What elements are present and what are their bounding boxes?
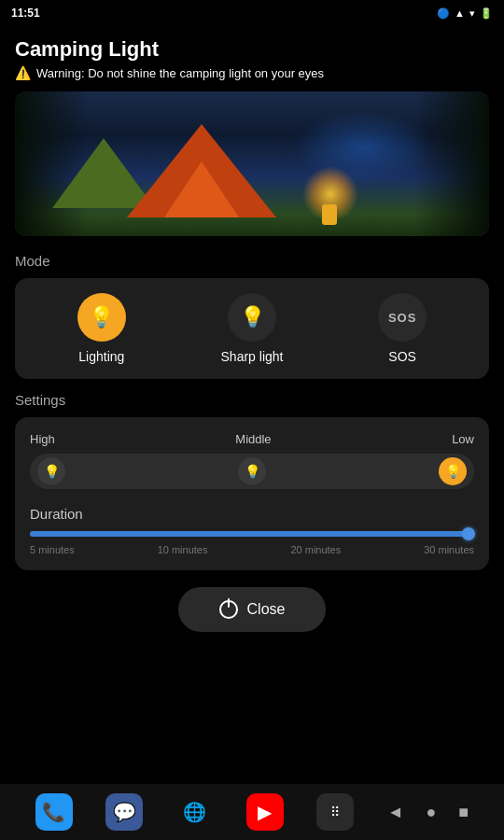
marker-30: 30 minutes <box>424 544 474 555</box>
brightness-track[interactable]: 💡 💡 💡 <box>30 454 474 489</box>
battery-icon: 🔋 <box>480 7 493 20</box>
middle-dot[interactable]: 💡 <box>238 457 266 485</box>
brightness-dots: 💡 💡 💡 <box>34 457 470 485</box>
settings-card: High Middle Low 💡 💡 💡 Duration <box>15 417 489 570</box>
messages-icon: 💬 <box>113 801 136 823</box>
low-dot-icon: 💡 <box>445 464 461 479</box>
hero-image <box>15 91 489 236</box>
duration-thumb[interactable] <box>462 527 475 540</box>
high-dot-icon: 💡 <box>44 464 60 479</box>
middle-label: Middle <box>235 432 271 446</box>
bluetooth-icon: 🔵 <box>437 7 450 20</box>
main-content: Camping Light ⚠️ Warning: Do not shine t… <box>0 26 504 632</box>
sharp-icon: 💡 <box>240 305 265 329</box>
nav-messages[interactable]: 💬 <box>105 793 143 831</box>
duration-fill <box>30 531 474 537</box>
mode-section-label: Mode <box>15 253 489 269</box>
status-time: 11:51 <box>11 7 40 20</box>
nav-system: ◄ ● ■ <box>387 803 469 822</box>
lighting-icon: 💡 <box>89 305 114 329</box>
lantern-body <box>322 204 337 225</box>
marker-20: 20 minutes <box>290 544 341 555</box>
settings-section-label: Settings <box>15 392 489 408</box>
brightness-labels: High Middle Low <box>30 432 474 446</box>
mode-sharp[interactable]: 💡 Sharp light <box>221 293 284 364</box>
duration-markers: 5 minutes 10 minutes 20 minutes 30 minut… <box>30 544 474 555</box>
lighting-icon-circle: 💡 <box>77 293 126 342</box>
nav-apps[interactable]: ⠿ <box>316 793 354 831</box>
mode-lighting[interactable]: 💡 Lighting <box>77 293 126 364</box>
duration-label: Duration <box>30 506 474 522</box>
bottom-nav: 📞 💬 🌐 ▶ ⠿ ◄ ● ■ <box>0 784 504 840</box>
mode-options: 💡 Lighting 💡 Sharp light SOS SOS <box>30 293 474 364</box>
high-label: High <box>30 432 55 446</box>
phone-icon: 📞 <box>42 801 65 823</box>
duration-track[interactable] <box>30 531 474 537</box>
warning-text: Warning: Do not shine the camping light … <box>36 66 324 80</box>
youtube-icon: ▶ <box>258 801 272 823</box>
signal-icon: ▲ <box>455 7 465 19</box>
wifi-icon: ▾ <box>469 7 475 20</box>
back-button[interactable]: ◄ <box>387 803 404 822</box>
sos-icon: SOS <box>388 311 416 325</box>
marker-10: 10 minutes <box>158 544 208 555</box>
sharp-label: Sharp light <box>221 349 284 364</box>
home-button[interactable]: ● <box>426 803 436 822</box>
recents-button[interactable]: ■ <box>458 803 469 822</box>
close-btn-container: Close <box>15 587 489 632</box>
tent-orange-inner <box>164 161 239 217</box>
mode-card: 💡 Lighting 💡 Sharp light SOS SOS <box>15 278 489 379</box>
tree-right <box>414 91 489 236</box>
low-dot[interactable]: 💡 <box>439 457 467 485</box>
marker-5: 5 minutes <box>30 544 75 555</box>
power-icon <box>219 600 238 619</box>
high-dot[interactable]: 💡 <box>37 457 65 485</box>
app-title: Camping Light <box>15 37 489 62</box>
low-label: Low <box>452 432 474 446</box>
sos-label: SOS <box>388 349 416 364</box>
chrome-icon: 🌐 <box>183 801 206 823</box>
warning-icon: ⚠️ <box>15 65 31 80</box>
warning-message: ⚠️ Warning: Do not shine the camping lig… <box>15 65 489 80</box>
sos-icon-circle: SOS <box>378 293 427 342</box>
status-icons: 🔵 ▲ ▾ 🔋 <box>437 7 493 20</box>
lighting-label: Lighting <box>78 349 124 364</box>
middle-dot-icon: 💡 <box>245 464 260 479</box>
close-label: Close <box>247 601 286 618</box>
apps-icon: ⠿ <box>330 805 340 819</box>
status-bar: 11:51 🔵 ▲ ▾ 🔋 <box>0 0 504 26</box>
nav-chrome[interactable]: 🌐 <box>175 793 213 831</box>
close-button[interactable]: Close <box>178 587 327 632</box>
mode-sos[interactable]: SOS SOS <box>378 293 427 364</box>
sharp-icon-circle: 💡 <box>228 293 276 342</box>
nav-youtube[interactable]: ▶ <box>246 793 284 831</box>
nav-phone[interactable]: 📞 <box>35 793 73 831</box>
